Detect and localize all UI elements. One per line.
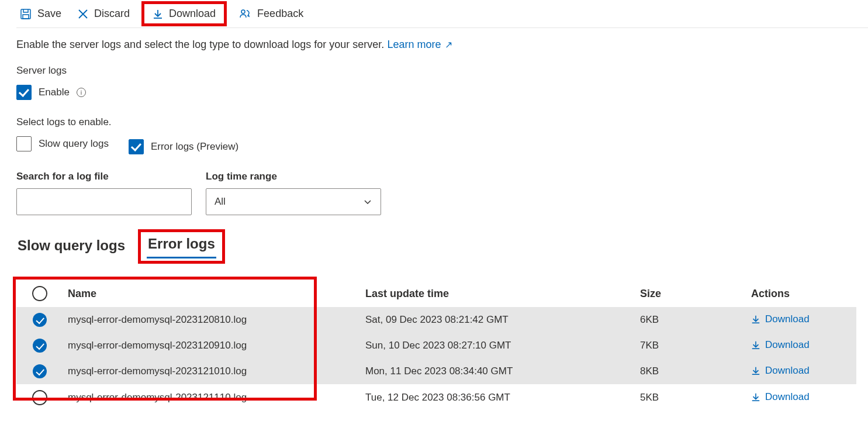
row-download-link[interactable]: Download: [751, 313, 810, 325]
feedback-icon: [238, 8, 251, 20]
learn-more-label: Learn more: [387, 39, 441, 50]
chevron-down-icon: [363, 197, 372, 206]
download-label: Download: [169, 8, 216, 20]
error-logs-label: Error logs (Preview): [151, 141, 238, 153]
log-table: Name Last update time Size Actions mysql…: [16, 280, 856, 411]
row-time: Mon, 11 Dec 2023 08:34:40 GMT: [365, 365, 640, 377]
tab-error-logs[interactable]: Error logs: [147, 233, 216, 258]
download-icon: [153, 9, 163, 19]
row-time: Sun, 10 Dec 2023 08:27:10 GMT: [365, 340, 640, 351]
tabs: Slow query logs Error logs: [16, 229, 868, 264]
filters: Search for a log file Log time range All: [16, 171, 868, 215]
row-name: mysql-error-demomysql-2023120810.log: [63, 314, 365, 326]
discard-button[interactable]: Discard: [78, 8, 130, 20]
feedback-button[interactable]: Feedback: [238, 8, 303, 20]
svg-rect-1: [23, 15, 29, 19]
row-download-link[interactable]: Download: [751, 365, 810, 377]
time-range-value: All: [215, 196, 226, 208]
row-select-toggle[interactable]: [33, 339, 47, 353]
col-time[interactable]: Last update time: [365, 288, 640, 300]
discard-label: Discard: [94, 8, 130, 20]
save-label: Save: [37, 8, 61, 20]
search-input[interactable]: [16, 188, 192, 215]
intro-text: Enable the server logs and select the lo…: [16, 39, 868, 51]
row-size: 7KB: [640, 340, 751, 351]
row-select-toggle[interactable]: [33, 313, 47, 327]
download-icon: [751, 392, 760, 402]
col-actions: Actions: [751, 288, 856, 300]
row-name: mysql-error-demomysql-2023121110.log: [63, 392, 365, 403]
row-download-label: Download: [765, 391, 810, 403]
row-time: Sat, 09 Dec 2023 08:21:42 GMT: [365, 314, 640, 326]
col-size[interactable]: Size: [640, 288, 751, 300]
row-name: mysql-error-demomysql-2023121010.log: [63, 365, 365, 377]
info-icon[interactable]: i: [77, 88, 86, 97]
close-icon: [78, 9, 88, 19]
row-download-link[interactable]: Download: [751, 339, 810, 351]
enable-checkbox[interactable]: [16, 85, 32, 100]
time-range-select[interactable]: All: [206, 188, 381, 215]
slow-query-label: Slow query logs: [39, 138, 109, 150]
row-time: Tue, 12 Dec 2023 08:36:56 GMT: [365, 392, 640, 403]
download-icon: [751, 315, 760, 324]
external-link-icon: ↗: [445, 40, 452, 50]
row-download-link[interactable]: Download: [751, 391, 810, 403]
row-download-label: Download: [765, 339, 810, 351]
table-header: Name Last update time Size Actions: [16, 280, 856, 307]
table-row[interactable]: mysql-error-demomysql-2023120910.logSun,…: [16, 333, 856, 358]
table-row[interactable]: mysql-error-demomysql-2023121110.logTue,…: [16, 384, 856, 411]
download-button[interactable]: Download: [141, 1, 227, 26]
intro-copy: Enable the server logs and select the lo…: [16, 39, 384, 50]
error-logs-checkbox[interactable]: [129, 139, 144, 154]
select-all-toggle[interactable]: [32, 286, 47, 301]
download-icon: [751, 340, 760, 350]
feedback-label: Feedback: [257, 8, 303, 20]
table-row[interactable]: mysql-error-demomysql-2023120810.logSat,…: [16, 307, 856, 333]
row-size: 8KB: [640, 365, 751, 377]
slow-query-checkbox[interactable]: [16, 136, 32, 151]
save-button[interactable]: Save: [20, 8, 61, 20]
select-logs-heading: Select logs to enable.: [16, 116, 868, 128]
download-icon: [751, 366, 760, 375]
row-size: 6KB: [640, 314, 751, 326]
toolbar: Save Discard Download Feedback: [16, 0, 868, 28]
save-icon: [20, 8, 32, 20]
svg-point-2: [241, 10, 245, 13]
enable-label: Enable: [39, 87, 70, 98]
table-row[interactable]: mysql-error-demomysql-2023121010.logMon,…: [16, 358, 856, 384]
row-download-label: Download: [765, 313, 810, 325]
row-name: mysql-error-demomysql-2023120910.log: [63, 340, 365, 351]
row-size: 5KB: [640, 392, 751, 403]
learn-more-link[interactable]: Learn more ↗: [387, 39, 452, 50]
time-range-label: Log time range: [206, 171, 381, 182]
tab-slow-query[interactable]: Slow query logs: [16, 235, 126, 258]
server-logs-heading: Server logs: [16, 65, 868, 77]
col-name[interactable]: Name: [63, 288, 365, 300]
row-select-toggle[interactable]: [32, 390, 47, 405]
row-download-label: Download: [765, 365, 810, 377]
row-select-toggle[interactable]: [33, 364, 47, 378]
search-label: Search for a log file: [16, 171, 192, 182]
